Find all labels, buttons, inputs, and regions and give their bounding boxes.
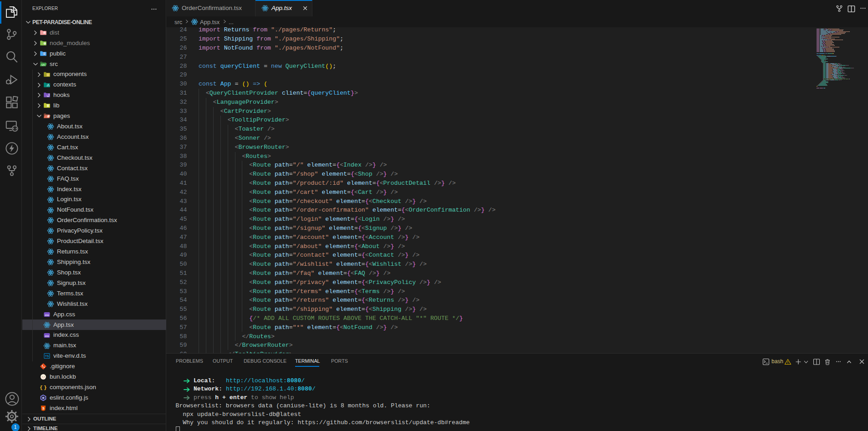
svg-text:css: css (45, 334, 49, 337)
svg-text:{ }: { } (40, 385, 46, 390)
svg-text:TS: TS (45, 355, 49, 358)
svg-text:css: css (45, 314, 49, 316)
